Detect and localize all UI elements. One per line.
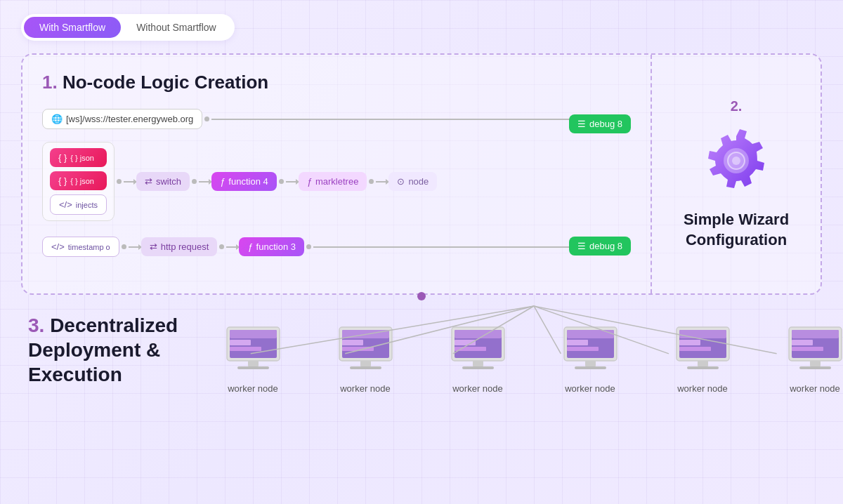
wizard-title: Simple Wizard Configuration bbox=[666, 210, 806, 250]
with-smartflow-button[interactable]: With Smartflow bbox=[24, 17, 121, 38]
section1-title: 1. No-code Logic Creation bbox=[42, 72, 631, 93]
section1-number: 1. bbox=[42, 72, 58, 93]
svg-rect-36 bbox=[575, 366, 606, 369]
svg-rect-34 bbox=[567, 347, 599, 351]
function4-icon: ƒ bbox=[220, 176, 225, 187]
flow-row-1: { } { } json { } { } json </> injects bbox=[42, 142, 631, 221]
connector-4 bbox=[376, 181, 388, 183]
without-smartflow-button[interactable]: Without Smartflow bbox=[121, 17, 232, 38]
worker-monitor-icon bbox=[673, 326, 733, 375]
node-node: ⊙ node bbox=[388, 172, 437, 191]
svg-rect-15 bbox=[237, 366, 269, 369]
switch-icon: ⇄ bbox=[145, 176, 152, 187]
svg-rect-40 bbox=[679, 340, 700, 345]
svg-rect-33 bbox=[567, 340, 588, 345]
worker-label: worker node bbox=[228, 383, 278, 394]
node-icon: ⊙ bbox=[397, 176, 405, 187]
svg-rect-19 bbox=[342, 340, 363, 345]
worker-monitor-icon bbox=[223, 326, 283, 375]
function3-icon: ƒ bbox=[247, 241, 252, 252]
url-text: [ws]/wss://tester.energyweb.org bbox=[66, 114, 193, 124]
timestamp-node: </> timestamp o bbox=[42, 237, 119, 257]
dot-after-func3 bbox=[306, 244, 311, 249]
dot-after-func4 bbox=[279, 179, 284, 184]
worker-label: worker node bbox=[452, 383, 503, 394]
list-item: worker node bbox=[309, 326, 422, 394]
svg-rect-22 bbox=[350, 366, 381, 369]
markletree-icon: ƒ bbox=[307, 176, 312, 187]
function3-node: ƒ function 3 bbox=[239, 237, 304, 256]
svg-rect-35 bbox=[585, 361, 596, 366]
workers-area: worker node worker node bbox=[197, 305, 843, 394]
json1-node: { } { } json bbox=[50, 148, 107, 167]
list-item: worker node bbox=[422, 326, 534, 394]
json2-node: { } { } json bbox=[50, 171, 107, 190]
svg-point-2 bbox=[732, 157, 740, 165]
section3-area: 3. Decentralized Deployment & Execution bbox=[28, 305, 183, 387]
list-item: worker node bbox=[534, 326, 646, 394]
connector-1 bbox=[124, 181, 136, 183]
list-item: worker node bbox=[646, 326, 759, 394]
svg-rect-39 bbox=[679, 330, 726, 338]
worker-monitor-icon bbox=[336, 326, 396, 375]
svg-rect-11 bbox=[230, 330, 277, 338]
worker-monitor-icon bbox=[561, 326, 620, 375]
debug8-top-node: ☰ debug 8 bbox=[569, 114, 631, 133]
debug8-bottom-node: ☰ debug 8 bbox=[569, 237, 631, 256]
section3-title: 3. Decentralized Deployment & Execution bbox=[28, 313, 183, 387]
section1-title-text: No-code Logic Creation bbox=[63, 72, 268, 93]
worker-monitor-icon bbox=[448, 326, 508, 375]
svg-rect-27 bbox=[455, 347, 486, 351]
function4-node: ƒ function 4 bbox=[211, 172, 277, 191]
svg-rect-43 bbox=[687, 366, 719, 369]
worker-monitor-icon bbox=[785, 326, 844, 375]
worker-nodes-row: worker node worker node bbox=[197, 305, 843, 394]
left-panel: 1. No-code Logic Creation 🌐 [ws]/wss://t… bbox=[22, 55, 652, 293]
svg-rect-13 bbox=[230, 347, 261, 351]
worker-label: worker node bbox=[565, 383, 615, 394]
svg-rect-49 bbox=[810, 361, 821, 366]
json2-icon: { } bbox=[58, 175, 67, 186]
url-dot bbox=[204, 117, 209, 121]
right-panel: 2. Simple Wizard Configura bbox=[652, 55, 821, 293]
svg-rect-47 bbox=[792, 340, 813, 345]
svg-rect-12 bbox=[230, 340, 251, 345]
svg-rect-14 bbox=[248, 361, 259, 366]
markletree-node: ƒ markletree bbox=[299, 172, 367, 191]
svg-rect-21 bbox=[360, 361, 371, 366]
list-item: worker node bbox=[197, 326, 309, 394]
center-dot bbox=[417, 292, 426, 300]
list-item: worker node bbox=[759, 326, 843, 394]
flow-row-2: </> timestamp o ⇄ http request ƒ functio… bbox=[42, 237, 631, 257]
svg-rect-46 bbox=[792, 330, 839, 338]
svg-rect-41 bbox=[679, 347, 711, 351]
flow-diagram: 🌐 [ws]/wss://tester.energyweb.org ☰ debu… bbox=[42, 109, 631, 257]
injects-node: </> injects bbox=[50, 194, 107, 215]
svg-rect-32 bbox=[567, 330, 614, 338]
dot-after-markletree bbox=[369, 179, 374, 184]
dot-after-timestamp bbox=[122, 244, 126, 249]
globe-icon: 🌐 bbox=[51, 114, 63, 124]
worker-label: worker node bbox=[677, 383, 728, 394]
main-area: 1. No-code Logic Creation 🌐 [ws]/wss://t… bbox=[21, 53, 822, 295]
gear-icon-wrapper bbox=[701, 126, 771, 196]
httprequest-icon: ⇄ bbox=[150, 241, 157, 252]
dot-after-switch bbox=[192, 179, 197, 184]
connector-3 bbox=[286, 181, 299, 183]
timestamp-icon: </> bbox=[51, 241, 65, 252]
svg-rect-25 bbox=[455, 330, 502, 338]
switch-node: ⇄ switch bbox=[136, 172, 190, 191]
svg-rect-20 bbox=[342, 347, 374, 351]
svg-rect-50 bbox=[799, 366, 831, 369]
debug-icon-bottom: ☰ bbox=[577, 241, 586, 251]
gear-icon bbox=[701, 126, 771, 196]
svg-rect-48 bbox=[792, 347, 823, 351]
section2-number: 2. bbox=[731, 98, 743, 114]
debug-icon-top: ☰ bbox=[577, 119, 586, 129]
svg-rect-26 bbox=[455, 340, 476, 345]
url-node: 🌐 [ws]/wss://tester.energyweb.org bbox=[42, 109, 202, 129]
toggle-bar: With Smartflow Without Smartflow bbox=[21, 14, 235, 41]
httprequest-node: ⇄ http request bbox=[141, 237, 218, 256]
svg-rect-29 bbox=[462, 366, 494, 369]
connector-5 bbox=[129, 246, 141, 248]
